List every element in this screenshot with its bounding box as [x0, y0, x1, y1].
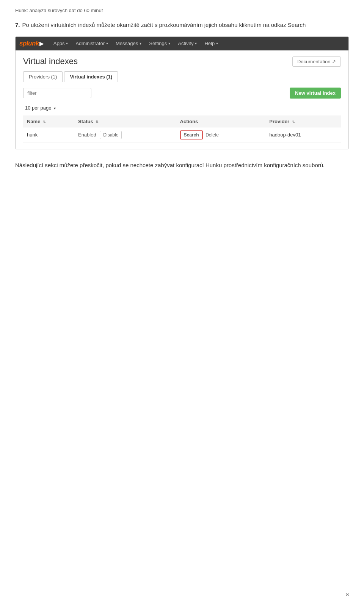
tab-virtual-indexes[interactable]: Virtual indexes (1) [64, 71, 118, 82]
nav-activity-label: Activity [178, 41, 193, 46]
splunk-screenshot: splunk▶ Apps ▾ Administrator ▾ Messages … [15, 36, 349, 149]
sort-arrows-name: ⇅ [43, 120, 46, 124]
nav-administrator[interactable]: Administrator ▾ [72, 37, 112, 50]
nav-apps-label: Apps [53, 41, 65, 46]
nav-activity[interactable]: Activity ▾ [174, 37, 201, 50]
nav-messages[interactable]: Messages ▾ [112, 37, 145, 50]
cell-status: Enabled Disable [74, 127, 176, 143]
page-title: Hunk: analýza surových dat do 60 minut [15, 8, 349, 13]
col-actions: Actions [176, 116, 266, 127]
table-row: hunk Enabled Disable Search Delete hadoo… [23, 127, 341, 143]
nav-help-label: Help [204, 41, 215, 46]
nav-help-caret: ▾ [216, 41, 218, 45]
cell-actions: Search Delete [176, 127, 266, 143]
search-button[interactable]: Search [180, 130, 203, 139]
table-header-row: Name ⇅ Status ⇅ Actions Provider ⇅ [23, 116, 341, 127]
cell-name: hunk [23, 127, 74, 143]
nav-administrator-label: Administrator [75, 41, 105, 46]
per-page-button[interactable]: 10 per page ▾ [23, 104, 58, 112]
filter-row: New virtual index [23, 88, 341, 99]
intro-paragraph: 7.Po uložení virtuálních indexů můžete o… [15, 21, 349, 30]
nav-apps[interactable]: Apps ▾ [50, 37, 72, 50]
col-name: Name ⇅ [23, 116, 74, 127]
nav-settings-label: Settings [149, 41, 167, 46]
per-page-caret: ▾ [54, 106, 56, 110]
nav-activity-caret: ▾ [195, 41, 197, 45]
page-header-row: Virtual indexes Documentation ↗ [23, 56, 341, 67]
sort-arrows-provider: ⇅ [292, 120, 295, 124]
nav-settings[interactable]: Settings ▾ [145, 37, 174, 50]
documentation-button[interactable]: Documentation ↗ [292, 56, 341, 67]
per-page-label: 10 per page [25, 105, 51, 111]
nav-settings-caret: ▾ [168, 41, 170, 45]
status-enabled: Enabled [78, 132, 96, 138]
footer-text: Následující sekci můžete přeskočit, poku… [15, 161, 349, 170]
nav-help[interactable]: Help ▾ [201, 37, 222, 50]
logo-text: splunk [19, 40, 39, 47]
nav-apps-caret: ▾ [66, 41, 68, 45]
virtual-indexes-table: Name ⇅ Status ⇅ Actions Provider ⇅ [23, 116, 341, 143]
splunk-navbar: splunk▶ Apps ▾ Administrator ▾ Messages … [16, 37, 348, 50]
item-number: 7. [15, 22, 20, 28]
disable-button[interactable]: Disable [100, 131, 122, 139]
virtual-indexes-title: Virtual indexes [23, 56, 78, 66]
nav-messages-caret: ▾ [140, 41, 141, 45]
splunk-content: Virtual indexes Documentation ↗ Provider… [16, 50, 348, 149]
nav-administrator-caret: ▾ [106, 41, 108, 45]
logo-arrow: ▶ [39, 41, 44, 47]
splunk-logo: splunk▶ [19, 40, 44, 47]
col-provider: Provider ⇅ [265, 116, 341, 127]
sort-arrows-status: ⇅ [96, 120, 99, 124]
col-status: Status ⇅ [74, 116, 176, 127]
tab-providers[interactable]: Providers (1) [23, 71, 63, 82]
filter-input[interactable] [23, 88, 91, 98]
new-virtual-index-button[interactable]: New virtual index [290, 88, 341, 99]
tab-row: Providers (1) Virtual indexes (1) [23, 71, 341, 82]
cell-provider: hadoop-dev01 [265, 127, 341, 143]
intro-text: Po uložení virtuálních indexů můžete oka… [22, 22, 306, 28]
per-page-row: 10 per page ▾ [23, 104, 341, 112]
nav-messages-label: Messages [116, 41, 138, 46]
delete-button[interactable]: Delete [206, 131, 219, 139]
